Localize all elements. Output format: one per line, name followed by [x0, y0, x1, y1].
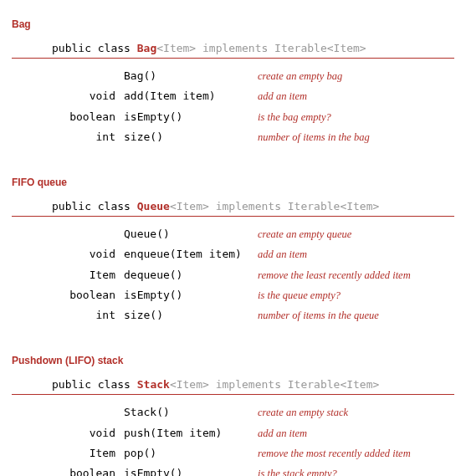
- method-description: is the bag empty?: [258, 109, 454, 126]
- api-section: Pushdown (LIFO) stackpublic class Stack<…: [12, 355, 454, 476]
- method-row: Queue()create an empty queue: [52, 225, 454, 243]
- section-title: FIFO queue: [12, 177, 454, 188]
- api-doc: Bagpublic class Bag<Item> implements Ite…: [12, 18, 454, 476]
- class-generic: <Item>: [156, 42, 196, 54]
- class-prefix: public class: [52, 200, 137, 212]
- method-description: add an item: [258, 425, 454, 443]
- class-name: Queue: [137, 200, 170, 212]
- method-row: voidenqueue(Item item)add an item: [52, 245, 454, 264]
- method-signature: Queue(): [124, 225, 258, 243]
- method-return-type: Item: [52, 266, 124, 284]
- class-generic: <Item>: [170, 200, 209, 212]
- class-declaration: public class Stack<Item> implements Iter…: [12, 378, 454, 395]
- method-description: remove the least recently added item: [258, 267, 454, 284]
- method-row: Bag()create an empty bag: [52, 67, 454, 85]
- method-return-type: boolean: [52, 108, 124, 126]
- method-signature: enqueue(Item item): [124, 245, 258, 264]
- method-signature: Stack(): [124, 403, 258, 422]
- method-description: is the stack empty?: [258, 465, 454, 476]
- api-section: FIFO queuepublic class Queue<Item> imple…: [12, 177, 454, 325]
- method-row: intsize()number of items in the bag: [52, 128, 454, 146]
- method-description: is the queue empty?: [258, 287, 454, 305]
- method-return-type: void: [52, 424, 124, 443]
- class-name: Bag: [137, 42, 156, 54]
- method-description: add an item: [258, 88, 454, 105]
- method-row: Itempop()remove the most recently added …: [52, 444, 454, 463]
- method-table: Queue()create an empty queuevoidenqueue(…: [12, 225, 454, 325]
- method-row: Itemdequeue()remove the least recently a…: [52, 266, 454, 284]
- method-signature: size(): [124, 306, 258, 325]
- class-implements: implements Iterable<Item>: [209, 200, 380, 212]
- method-signature: dequeue(): [124, 266, 258, 284]
- method-description: remove the most recently added item: [258, 445, 454, 463]
- method-return-type: void: [52, 87, 124, 105]
- class-prefix: public class: [52, 378, 137, 391]
- method-row: voidadd(Item item)add an item: [52, 87, 454, 105]
- method-row: Stack()create an empty stack: [52, 403, 454, 422]
- method-row: intsize()number of items in the queue: [52, 306, 454, 325]
- method-signature: pop(): [124, 444, 258, 463]
- method-signature: push(Item item): [124, 424, 258, 443]
- method-description: create an empty stack: [258, 404, 454, 422]
- method-return-type: int: [52, 128, 124, 146]
- api-section: Bagpublic class Bag<Item> implements Ite…: [12, 18, 454, 146]
- method-signature: isEmpty(): [124, 108, 258, 126]
- class-implements: implements Iterable<Item>: [209, 378, 380, 391]
- class-prefix: public class: [52, 42, 137, 54]
- class-declaration: public class Queue<Item> implements Iter…: [12, 200, 454, 217]
- method-row: booleanisEmpty()is the queue empty?: [52, 286, 454, 305]
- method-signature: Bag(): [124, 67, 258, 85]
- method-signature: size(): [124, 128, 258, 146]
- method-return-type: boolean: [52, 464, 124, 476]
- method-row: booleanisEmpty()is the bag empty?: [52, 108, 454, 126]
- method-table: Bag()create an empty bagvoidadd(Item ite…: [12, 67, 454, 146]
- class-generic: <Item>: [170, 378, 209, 391]
- class-name: Stack: [137, 378, 170, 391]
- section-title: Pushdown (LIFO) stack: [12, 355, 454, 366]
- method-description: number of items in the queue: [258, 307, 454, 325]
- method-row: voidpush(Item item)add an item: [52, 424, 454, 443]
- method-signature: add(Item item): [124, 87, 258, 105]
- method-signature: isEmpty(): [124, 464, 258, 476]
- method-description: create an empty queue: [258, 226, 454, 243]
- method-description: number of items in the bag: [258, 129, 454, 146]
- method-signature: isEmpty(): [124, 286, 258, 305]
- section-title: Bag: [12, 18, 454, 30]
- method-return-type: void: [52, 245, 124, 264]
- class-implements: implements Iterable<Item>: [196, 42, 366, 54]
- method-return-type: int: [52, 306, 124, 325]
- method-description: add an item: [258, 246, 454, 264]
- method-return-type: boolean: [52, 286, 124, 305]
- method-description: create an empty bag: [258, 68, 454, 85]
- method-return-type: Item: [52, 444, 124, 463]
- class-declaration: public class Bag<Item> implements Iterab…: [12, 42, 454, 59]
- method-table: Stack()create an empty stackvoidpush(Ite…: [12, 403, 454, 476]
- method-row: booleanisEmpty()is the stack empty?: [52, 464, 454, 476]
